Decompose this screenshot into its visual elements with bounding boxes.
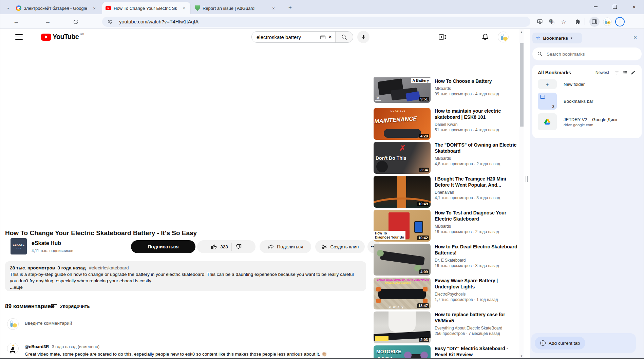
related-channel[interactable]: Dr. E Skateboard: [435, 258, 519, 263]
site-settings-icon[interactable]: [107, 19, 113, 25]
tab-youtube-active[interactable]: How To Change Your Electric Sk ×: [102, 2, 190, 14]
hashtag[interactable]: #electricskateboard: [89, 265, 129, 270]
bookmarks-search-bar[interactable]: [532, 48, 642, 60]
edit-pencil-icon[interactable]: [630, 70, 636, 76]
notifications-bell-icon[interactable]: [481, 33, 490, 41]
related-title[interactable]: Exway Wave Spare Battery | Underglow Lig…: [435, 278, 519, 290]
install-app-icon[interactable]: [535, 17, 545, 27]
voice-search-button[interactable]: [357, 31, 370, 43]
related-channel[interactable]: MBoards: [435, 86, 519, 91]
plus-icon[interactable]: +: [538, 79, 557, 89]
page-scrollbar[interactable]: ▲ ▼: [519, 29, 524, 359]
reload-icon[interactable]: [71, 17, 81, 27]
video-thumbnail[interactable]: 4:09: [374, 244, 431, 276]
sort-newest-label[interactable]: Newest: [595, 70, 609, 75]
folder-window-icon: [540, 95, 545, 99]
sort-comments-button[interactable]: Упорядочить: [51, 304, 90, 309]
tab-close-icon[interactable]: ×: [181, 5, 187, 11]
tab-adguard[interactable]: Report an issue | AdGuard ×: [192, 2, 280, 14]
dislike-icon[interactable]: [235, 243, 242, 250]
related-title[interactable]: I Bought The Teamgee H20 Mini Before It …: [435, 176, 519, 188]
youtube-logo[interactable]: YouTube CH: [41, 33, 84, 41]
bookmark-star-icon[interactable]: ☆: [558, 17, 569, 27]
view-list-icon[interactable]: [622, 70, 628, 76]
url-text[interactable]: youtube.com/watch?v=T4Htw1tAqfA: [119, 19, 198, 24]
video-thumbnail[interactable]: How ToDiagnose Your Bo 10:42: [374, 210, 431, 242]
related-channel[interactable]: Everything About Electric SkateBoard: [435, 326, 519, 330]
folder-tile[interactable]: 3: [538, 93, 557, 110]
video-thumbnail[interactable]: ✗ Don't Do This 3:34: [374, 142, 431, 174]
video-thumbnail[interactable]: 10:49: [374, 176, 431, 208]
description-box[interactable]: 28 тыс. просмотров 3 года назад #electri…: [5, 261, 366, 291]
video-thumbnail[interactable]: EXWAY WAVE SPARE BATTERY UNBOXING!!! UND…: [374, 278, 431, 309]
profile-avatar[interactable]: [602, 17, 612, 27]
tab-close-icon[interactable]: ×: [91, 5, 97, 11]
related-channel[interactable]: MBoards: [435, 156, 519, 161]
video-thumbnail[interactable]: MOTORIZE ANY BOARD 12:59: [374, 345, 431, 359]
window-minimize-button[interactable]: [586, 0, 605, 14]
panel-title-dropdown[interactable]: ☆ Bookmarks ▾: [532, 33, 582, 43]
panel-close-icon[interactable]: ×: [631, 33, 640, 42]
tab-close-icon[interactable]: ×: [270, 5, 277, 11]
related-meta: 19 тыс. просмотров · 3 года назад: [435, 263, 519, 268]
google-favicon-icon: [16, 5, 21, 11]
forward-icon[interactable]: →: [43, 17, 53, 27]
address-bar[interactable]: youtube.com/watch?v=T4Htw1tAqfA: [102, 17, 530, 27]
red-x-icon: ✗: [399, 144, 405, 153]
related-channel[interactable]: ElectroPsychosis: [435, 292, 519, 297]
tab-search-chevron-icon[interactable]: ⌄: [4, 4, 12, 11]
bookmarks-search-input[interactable]: [546, 51, 637, 57]
extensions-puzzle-icon[interactable]: [573, 17, 583, 27]
comment-input[interactable]: Введите комментарий: [25, 321, 72, 326]
sort-filter-icon[interactable]: [614, 70, 620, 76]
related-title[interactable]: The "DON'TS" of Owning an Electric Skate…: [435, 142, 519, 154]
related-channel[interactable]: MBoards: [435, 224, 519, 229]
related-title[interactable]: How To Choose a Battery: [435, 78, 519, 84]
video-thumbnail[interactable]: 2:03: [374, 311, 431, 343]
commenter-avatar[interactable]: [7, 343, 19, 354]
back-icon[interactable]: ←: [11, 17, 21, 27]
scroll-down-icon[interactable]: ▼: [519, 354, 524, 358]
video-thumbnail[interactable]: ESK8 101 MAINTENANCE 4:28: [374, 108, 431, 140]
create-video-icon[interactable]: [438, 33, 447, 41]
related-title[interactable]: How To Test and Diagnose Your Electric S…: [435, 210, 519, 222]
scrollbar-thumb[interactable]: [520, 43, 524, 127]
related-title[interactable]: How to replace battery case for V5/Mini5: [435, 311, 519, 324]
tab-google-search[interactable]: электроскейт батарея - Google ×: [13, 2, 101, 14]
subscribe-button[interactable]: Подписаться: [131, 240, 195, 253]
related-channel[interactable]: Daniel Kwan: [435, 122, 519, 127]
related-title[interactable]: Easy "DIY" Electric Skateboard - Revel K…: [435, 345, 519, 358]
description-text: This is a step-by-step guide on how to c…: [10, 271, 361, 284]
bookmarks-bar-folder[interactable]: 3 Bookmarks bar: [538, 93, 636, 110]
clear-search-icon[interactable]: ×: [328, 34, 332, 40]
search-button[interactable]: [335, 32, 353, 42]
menu-burger-icon[interactable]: [15, 34, 23, 40]
create-clip-button[interactable]: Создать клип: [315, 240, 365, 253]
scroll-up-icon[interactable]: ▲: [519, 30, 524, 34]
add-current-tab-button[interactable]: + Add current tab: [535, 337, 585, 349]
channel-name[interactable]: eSkate Hub: [32, 240, 61, 246]
channel-avatar[interactable]: ESKATE HUB: [11, 238, 27, 254]
related-title[interactable]: How to Fix Dead Electric Skateboard Batt…: [435, 244, 519, 256]
show-more-button[interactable]: ...ещё: [10, 284, 361, 290]
keyboard-icon[interactable]: [320, 34, 326, 40]
like-icon[interactable]: [211, 243, 217, 250]
side-panel-icon[interactable]: [589, 17, 600, 27]
window-close-button[interactable]: ×: [625, 0, 644, 14]
related-channel[interactable]: Dhehaivan: [435, 190, 519, 195]
new-folder-button[interactable]: + New folder: [538, 79, 636, 89]
translate-icon[interactable]: GA: [547, 17, 557, 27]
video-thumbnail[interactable]: A Battery M 9:51: [374, 77, 431, 103]
new-tab-button[interactable]: +: [286, 3, 294, 12]
comment-author[interactable]: @eBoard3R: [25, 344, 49, 349]
bookmark-favicon-tile[interactable]: [538, 113, 557, 130]
account-avatar[interactable]: [498, 32, 509, 42]
divider-drag-handle-icon[interactable]: [526, 176, 528, 182]
window-maximize-button[interactable]: [605, 0, 624, 14]
related-title[interactable]: How to maintain your electric skateboard…: [435, 108, 519, 120]
share-button[interactable]: Поделиться: [260, 240, 311, 253]
browser-menu-kebab-icon[interactable]: ⋮: [615, 17, 625, 26]
side-panel-divider[interactable]: [524, 29, 530, 359]
bookmark-item-drive[interactable]: JETDRY V2 – Google Диск drive.google.com: [538, 113, 636, 130]
search-input[interactable]: [252, 34, 320, 40]
